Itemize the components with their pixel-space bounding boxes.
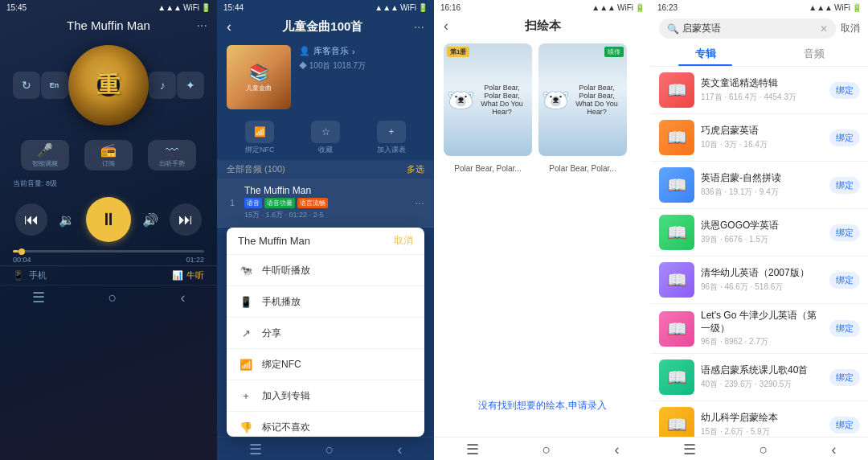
volume-down-btn[interactable]: 🔉 <box>59 212 75 228</box>
progress-fill <box>13 250 18 253</box>
menu-icon[interactable]: ☰ <box>32 289 45 306</box>
addlist-action-btn[interactable]: + 加入课表 <box>377 121 406 155</box>
collect-action-btn[interactable]: ☆ 收藏 <box>311 121 340 155</box>
menu-icon-2[interactable]: ☰ <box>249 441 262 458</box>
result-action-ziran[interactable]: 绑定 <box>829 177 860 194</box>
book-cover-title-2: Polar Bear, Polar Bear, What Do You Hear… <box>570 82 624 117</box>
menu-icon-4[interactable]: ☰ <box>683 441 696 458</box>
book-card-1[interactable]: 🐻‍❄️ Polar Bear, Polar Bear, What Do You… <box>444 43 532 156</box>
search-result-item-youer[interactable]: 📖 幼儿科学启蒙绘本 15首 · 2.6万 · 5.9万 绑定 <box>651 401 868 437</box>
book-not-found-link[interactable]: 没有找到想要的绘本,申请录入 <box>478 399 606 413</box>
panel-album: 15:44 ▲▲▲ WiFi 🔋 ‹ 儿童金曲100首 ··· 📚 儿童金曲 👤… <box>217 0 434 460</box>
radio-icon: 📻 <box>100 142 117 158</box>
menu-icon-3[interactable]: ☰ <box>466 441 479 458</box>
progress-area[interactable] <box>0 247 217 254</box>
cm-item-addalbum[interactable]: + 加入到专辑 <box>227 380 424 412</box>
prev-btn[interactable]: ⏮ <box>15 203 47 236</box>
cm-item-nfc[interactable]: 📶 绑定NFC <box>227 349 424 380</box>
cm-item-dislike[interactable]: 👎 标记不喜欢 <box>227 412 424 437</box>
item-more-icon[interactable]: ··· <box>415 196 424 209</box>
search-result-item-yugan[interactable]: 📖 语感启蒙系统课儿歌40首 40首 · 239.6万 · 3290.5万 绑定 <box>651 354 868 401</box>
result-thumb-qiahu: 📖 <box>659 120 694 155</box>
result-info-yugan: 语感启蒙系统课儿歌40首 40首 · 239.6万 · 3290.5万 <box>701 364 823 390</box>
search-result-item-ziran[interactable]: 📖 英语启蒙-自然拼读 836首 · 19.1万 · 9.4万 绑定 <box>651 162 868 209</box>
status-bar-player: 15:45 ▲▲▲ WiFi 🔋 <box>0 0 217 15</box>
tab-album[interactable]: 专辑 <box>651 42 760 66</box>
back-nav-icon-4[interactable]: ‹ <box>831 442 836 458</box>
search-result-item-yingwen[interactable]: 📖 英文童谣精选特辑 117首 · 616.4万 · 4454.3万 绑定 <box>651 67 868 114</box>
repeat-btn[interactable]: ↻ <box>13 72 40 99</box>
search-result-item-letsgo[interactable]: 📖 Let's Go 牛津少儿英语（第一级） 96首 · 8962 · 2.7万… <box>651 304 868 354</box>
niuting-indicator[interactable]: 📊 牛听 <box>172 269 204 281</box>
thumb-icon-hongeng: 📖 <box>667 223 687 242</box>
more-options-icon[interactable]: ··· <box>197 18 207 33</box>
result-meta-youer: 15首 · 2.6万 · 5.9万 <box>701 426 823 437</box>
play-pause-btn[interactable]: ⏸ <box>86 197 131 242</box>
phone-play-icon: 📱 <box>238 294 254 310</box>
voice-btn[interactable]: 🎤 智能调频 <box>21 140 69 170</box>
search-result-item-qiahu[interactable]: 📖 巧虎启蒙英语 10首 · 3万 · 16.4万 绑定 <box>651 114 868 162</box>
result-action-qiahu[interactable]: 绑定 <box>829 129 860 146</box>
result-thumb-yingwen: 📖 <box>659 72 694 108</box>
volume-up-icon: 🔊 <box>142 213 158 227</box>
result-meta-yingwen: 117首 · 616.4万 · 4454.3万 <box>701 92 823 103</box>
star-btn[interactable]: ✦ <box>177 72 204 99</box>
album-author[interactable]: 库客音乐 <box>313 45 349 57</box>
cm-label-phone: 手机播放 <box>262 295 301 309</box>
book-cover-img-1: 🐻‍❄️ Polar Bear, Polar Bear, What Do You… <box>444 43 532 156</box>
search-result-item-hongeng[interactable]: 📖 洪恩GOGO学英语 39首 · 6676 · 1.5万 绑定 <box>651 209 868 257</box>
multiselect-btn[interactable]: 多选 <box>407 163 424 175</box>
result-action-letsgo[interactable]: 绑定 <box>829 320 860 337</box>
search-input-value[interactable]: 启蒙英语 <box>682 22 817 35</box>
nfc-action-btn[interactable]: 📶 绑定NFC <box>245 121 275 155</box>
back-btn-album[interactable]: ‹ <box>227 18 231 35</box>
tab-audio[interactable]: 音频 <box>760 42 868 66</box>
result-action-youer[interactable]: 绑定 <box>829 417 860 433</box>
playlist-item-1[interactable]: 1 The Muffin Man 语音 语音功量 语言流畅 15万 · 1.6万… <box>217 179 434 228</box>
battery-icon-2: 🔋 <box>418 3 428 12</box>
next-btn[interactable]: ⏭ <box>170 203 202 236</box>
home-icon-4[interactable]: ○ <box>760 442 768 458</box>
progress-bar[interactable] <box>13 250 204 253</box>
note-btn[interactable]: ♪ <box>149 72 176 99</box>
battery-icon: 🔋 <box>201 3 211 12</box>
context-menu-header: The Muffin Man 取消 <box>227 228 424 255</box>
home-icon[interactable]: ○ <box>108 290 117 306</box>
home-icon-2[interactable]: ○ <box>326 442 334 458</box>
search-clear-icon[interactable]: ✕ <box>820 23 828 35</box>
radio-btn[interactable]: 📻 订阅 <box>84 140 133 170</box>
search-input-wrap[interactable]: 🔍 启蒙英语 ✕ <box>659 18 836 39</box>
prev-icon: ⏮ <box>24 212 39 228</box>
cm-item-phone[interactable]: 📱 手机播放 <box>227 286 424 318</box>
book-not-found-section: 没有找到想要的绘本,申请录入 <box>434 179 651 437</box>
result-action-qinghua[interactable]: 绑定 <box>829 272 860 289</box>
back-nav-icon[interactable]: ‹ <box>180 290 185 306</box>
signal-icon-3: ▲▲▲ <box>592 3 616 12</box>
cm-item-niuting[interactable]: 🐄 牛听听播放 <box>227 255 424 286</box>
book-header: ‹ 扫绘本 <box>434 15 651 37</box>
playlist-header: 全部音频 (100) 多选 <box>217 160 434 179</box>
polar-bear-visual-1: 🐻‍❄️ <box>447 57 475 142</box>
book-card-2[interactable]: 🐻‍❄️ Polar Bear, Polar Bear, What Do You… <box>538 43 627 156</box>
battery-icon-3: 🔋 <box>635 3 645 12</box>
back-nav-icon-3[interactable]: ‹ <box>614 442 619 458</box>
bottom-bar: 📱 手机 📊 牛听 <box>0 265 217 285</box>
back-btn-book[interactable]: ‹ <box>444 18 448 35</box>
home-icon-3[interactable]: ○ <box>542 442 551 458</box>
album-more-icon[interactable]: ··· <box>414 20 424 35</box>
result-action-yingwen[interactable]: 绑定 <box>829 82 860 99</box>
cm-item-share[interactable]: ↗ 分享 <box>227 318 424 349</box>
result-action-hongeng[interactable]: 绑定 <box>829 224 860 241</box>
gesture-btn[interactable]: 〰 出听手势 <box>148 140 196 170</box>
language-btn[interactable]: En <box>41 72 68 99</box>
panel-book: 16:16 ▲▲▲ WiFi 🔋 ‹ 扫绘本 🐻‍❄️ Polar Bear, … <box>434 0 651 460</box>
context-menu-cancel[interactable]: 取消 <box>394 234 413 248</box>
book-time: 16:16 <box>440 3 461 12</box>
back-nav-icon-2[interactable]: ‹ <box>397 442 402 458</box>
result-action-yugan[interactable]: 绑定 <box>829 369 860 386</box>
volume-up-btn[interactable]: 🔊 <box>142 212 158 228</box>
search-cancel-btn[interactable]: 取消 <box>841 22 860 35</box>
niuting-label: 牛听 <box>186 269 204 281</box>
album-center: 重 <box>68 45 149 125</box>
search-result-item-qinghua[interactable]: 📖 清华幼儿英语（2007版） 96首 · 46.6万 · 518.6万 绑定 <box>651 257 868 304</box>
